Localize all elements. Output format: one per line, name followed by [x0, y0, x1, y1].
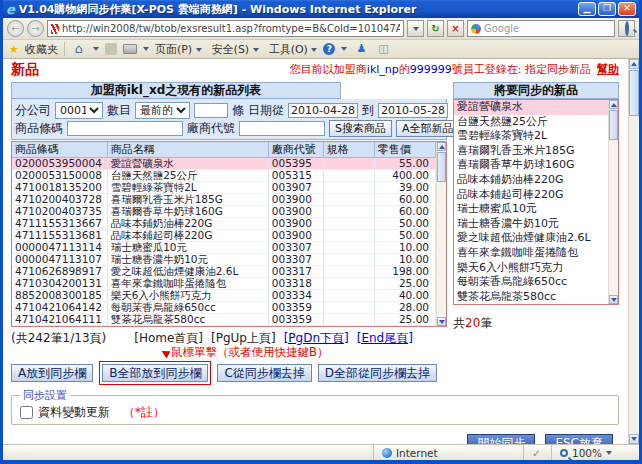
sync-list-item[interactable]: 愛誼營礦泉水	[454, 100, 608, 115]
table-row[interactable]: 0200053150008台鹽天然鹽25公斤005315400.00	[12, 170, 436, 182]
cell-name: 喜年來拿鐵咖啡蛋捲隨包	[107, 278, 268, 290]
sync-list-item[interactable]: 品味本鋪起司棒220G	[454, 188, 608, 203]
table-row[interactable]: 4710200403728喜瑞爾乳香玉米片185G00390060.00	[12, 194, 436, 206]
help-link[interactable]: 幫助	[597, 63, 619, 76]
vendor-input[interactable]	[239, 121, 325, 136]
sync-list-item[interactable]: 喜年來拿鐵咖啡蛋捲隨包	[454, 246, 608, 261]
sync-list-item[interactable]: 每朝茉香烏龍綠650cc	[454, 275, 608, 290]
sync-list-item[interactable]: 樂天6入小熊餅巧克力	[454, 261, 608, 276]
table-scrollbar[interactable]	[436, 142, 446, 326]
pager-pgdn[interactable]: [PgDn下頁]	[284, 330, 349, 347]
cell-name: 每朝茉香烏龍綠650cc	[107, 302, 268, 314]
sync-list-item[interactable]: 瑞士糖蜜瓜10元	[454, 202, 608, 217]
address-field[interactable]: http://win2008/tw/btob/exsresult1.asp?fr…	[47, 20, 404, 37]
search-button[interactable]	[618, 20, 635, 37]
cell-price: 28.00	[374, 302, 435, 314]
column-header: 廠商代號	[268, 142, 323, 158]
table-row[interactable]: 4711155313667品味本鋪奶油棒220G00390050.00	[12, 218, 436, 230]
remove-selected-button[interactable]: C從同步欄去掉	[217, 364, 311, 382]
scroll-down-icon[interactable]	[437, 317, 446, 326]
sync-list-scrollbar[interactable]	[608, 100, 618, 304]
cell-price: 60.00	[374, 194, 435, 206]
chevron-down-icon[interactable]	[341, 47, 347, 51]
scroll-down-icon[interactable]	[629, 434, 639, 444]
cell-spec	[323, 170, 374, 182]
close-button[interactable]: ✕	[618, 2, 636, 16]
table-row[interactable]: 8852008300185樂天6入小熊餅巧克力00333440.00	[12, 290, 436, 302]
search-products-button[interactable]: S搜索商品	[329, 120, 392, 137]
cell-price: 198.00	[374, 266, 435, 278]
print-icon[interactable]	[123, 44, 137, 54]
sync-list-item[interactable]: 雪碧輕綠茶寶特2L	[454, 129, 608, 144]
sync-list-item[interactable]: 喜瑞爾香草牛奶球160G	[454, 158, 608, 173]
table-row[interactable]: 4710421064111雙茶花烏龍茶580cc00335925.00	[12, 314, 436, 326]
date-from-input[interactable]	[288, 103, 358, 118]
remove-all-button[interactable]: D全部從同步欄去掉	[318, 364, 437, 382]
count-input[interactable]	[194, 103, 228, 118]
scroll-up-icon[interactable]	[437, 142, 446, 151]
cell-price: 25.00	[374, 314, 435, 326]
sync-list-item[interactable]: 喜瑞爾乳香玉米片185G	[454, 144, 608, 159]
sync-list-item[interactable]: 台鹽天然鹽25公斤	[454, 115, 608, 130]
restore-button[interactable]: ❐	[598, 2, 616, 16]
scroll-up-icon[interactable]	[629, 59, 639, 69]
stop-button[interactable]: ×	[447, 20, 464, 37]
put-all-button[interactable]: B全部放到同步欄	[102, 364, 208, 382]
put-selected-button[interactable]: A放到同步欄	[11, 364, 93, 382]
table-row[interactable]: 0000047113107瑞士糖香濃牛奶10元00330710.00	[12, 254, 436, 266]
minimize-button[interactable]: ▁	[578, 2, 596, 16]
table-row[interactable]: 4710304200131喜年來拿鐵咖啡蛋捲隨包00331825.00	[12, 278, 436, 290]
table-row[interactable]: 4710626898917愛之味超低油煙健康油2.6L003317198.00	[12, 266, 436, 278]
scrollbar-thumb[interactable]	[437, 152, 446, 182]
sync-list-item[interactable]: 愛之味超低油煙健康油2.6L	[454, 231, 608, 246]
date-to-input[interactable]	[378, 103, 448, 118]
sync-list-item[interactable]: 雙茶花烏龍茶580cc	[454, 290, 608, 304]
cell-name: 雙茶花烏龍茶580cc	[107, 314, 268, 326]
home-icon[interactable]: ⌂	[71, 42, 87, 56]
search-placeholder: Google	[484, 23, 611, 34]
ie-icon: e	[6, 3, 15, 16]
zoom-control[interactable]: 100%	[551, 445, 639, 460]
back-button[interactable]: ←	[7, 20, 24, 37]
cell-name: 品味本鋪奶油棒220G	[107, 218, 268, 230]
chevron-down-icon[interactable]	[93, 47, 99, 51]
messenger-icon[interactable]: ♟	[353, 42, 369, 56]
feed-icon[interactable]	[105, 43, 117, 55]
forward-button[interactable]: →	[27, 20, 44, 37]
table-row[interactable]: 0200053950004愛誼營礦泉水00539555.00	[12, 158, 436, 170]
count-mode-select[interactable]: 最前的	[135, 102, 190, 119]
esc-cancel-button[interactable]: ESC放棄	[545, 434, 613, 444]
pager-end[interactable]: [End尾頁]	[357, 330, 413, 347]
table-row[interactable]: 0000047113114瑞士糖蜜瓜10元00330710.00	[12, 242, 436, 254]
page-scrollbar[interactable]	[628, 59, 639, 444]
refresh-button[interactable]: ↻	[427, 20, 444, 37]
table-row[interactable]: 4710421064142每朝茉香烏龍綠650cc00335928.00	[12, 302, 436, 314]
toolbar-menu[interactable]: 页面(P)	[155, 42, 202, 57]
cell-name: 瑞士糖香濃牛奶10元	[107, 254, 268, 266]
cell-price: 39.00	[374, 182, 435, 194]
address-dropdown-button[interactable]	[407, 20, 424, 37]
toolbar-menus: 页面(P) 安全(S) 工具(O)	[155, 42, 318, 57]
start-sync-button[interactable]: 開始同步	[467, 434, 535, 444]
tools-extra-icon[interactable]: ◫	[375, 42, 391, 56]
barcode-input[interactable]	[67, 121, 183, 136]
help-icon[interactable]: ?	[323, 43, 335, 55]
branch-select[interactable]: 0001	[55, 102, 103, 119]
scroll-down-icon[interactable]	[609, 295, 618, 304]
scroll-up-icon[interactable]	[609, 100, 618, 109]
table-row[interactable]: 4711155313681品味本鋪起司棒220G00390050.00	[12, 230, 436, 242]
sync-list-item[interactable]: 瑞士糖香濃牛奶10元	[454, 217, 608, 232]
toolbar-menu[interactable]: 安全(S)	[212, 42, 259, 57]
data-change-update-checkbox[interactable]	[20, 406, 33, 419]
search-input[interactable]: Google	[467, 20, 615, 37]
cell-barcode: 4710421064111	[12, 314, 107, 326]
table-row[interactable]: 4710200403735喜瑞爾香草牛奶球160G00390060.00	[12, 206, 436, 218]
favorites-button[interactable]: 收藏夹	[25, 42, 58, 57]
scrollbar-thumb[interactable]	[629, 70, 639, 116]
scrollbar-thumb[interactable]	[609, 110, 618, 140]
table-row[interactable]: 4710018135200雪碧輕綠茶寶特2L00390739.00	[12, 182, 436, 194]
toolbar-menu[interactable]: 工具(O)	[269, 42, 318, 57]
sync-list-item[interactable]: 品味本鋪奶油棒220G	[454, 173, 608, 188]
all-products-button[interactable]: A全部新品	[396, 120, 460, 137]
chevron-down-icon[interactable]	[143, 47, 149, 51]
